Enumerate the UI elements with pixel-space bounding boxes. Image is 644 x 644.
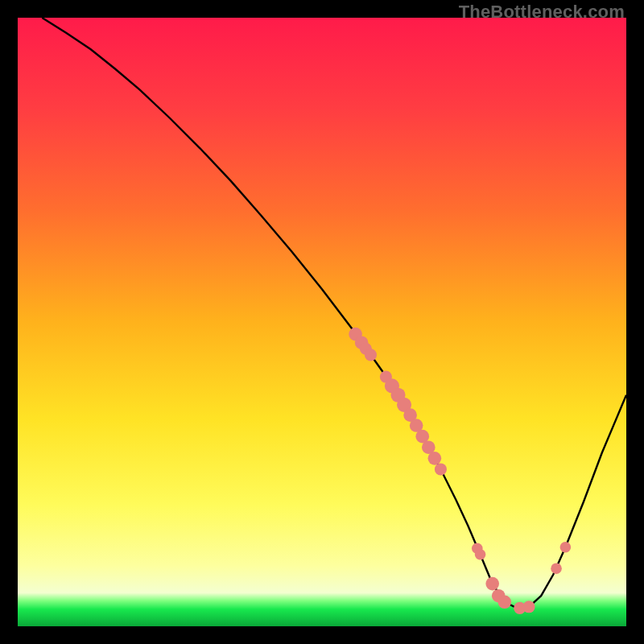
chart-stage: TheBottleneck.com: [0, 0, 644, 644]
curve-marker: [475, 549, 486, 560]
curve-marker: [485, 577, 499, 591]
curve-marker: [522, 601, 535, 613]
curve-marker: [551, 563, 562, 574]
plot-area: [18, 18, 626, 626]
curve-marker: [560, 542, 572, 553]
curve-marker: [365, 349, 377, 361]
curve-marker: [497, 595, 511, 609]
plot-background: [18, 18, 626, 626]
curve-marker: [435, 463, 447, 475]
chart-svg: [18, 18, 626, 626]
curve-marker: [428, 452, 442, 465]
